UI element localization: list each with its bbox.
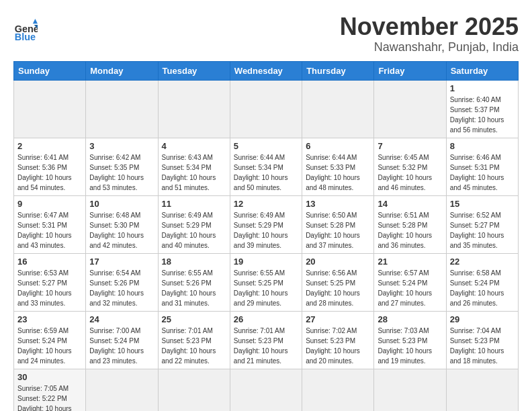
calendar-day-cell xyxy=(374,80,446,138)
day-number: 1 xyxy=(450,83,515,93)
day-number: 3 xyxy=(89,141,154,151)
calendar-day-cell: 14Sunrise: 6:51 AM Sunset: 5:28 PM Dayli… xyxy=(374,195,446,253)
calendar-day-cell: 8Sunrise: 6:46 AM Sunset: 5:31 PM Daylig… xyxy=(446,138,518,195)
day-info: Sunrise: 6:54 AM Sunset: 5:26 PM Dayligh… xyxy=(89,268,154,308)
day-info: Sunrise: 6:58 AM Sunset: 5:24 PM Dayligh… xyxy=(450,268,515,308)
calendar-day-cell: 1Sunrise: 6:40 AM Sunset: 5:37 PM Daylig… xyxy=(446,80,518,138)
calendar-header-row: SundayMondayTuesdayWednesdayThursdayFrid… xyxy=(14,61,519,80)
calendar-day-cell: 3Sunrise: 6:42 AM Sunset: 5:35 PM Daylig… xyxy=(86,138,158,195)
calendar-day-cell: 19Sunrise: 6:55 AM Sunset: 5:25 PM Dayli… xyxy=(230,253,302,311)
calendar-day-cell xyxy=(86,80,158,138)
logo-icon: General Blue xyxy=(13,19,38,43)
calendar-day-cell: 13Sunrise: 6:50 AM Sunset: 5:28 PM Dayli… xyxy=(302,195,374,253)
day-info: Sunrise: 7:01 AM Sunset: 5:23 PM Dayligh… xyxy=(234,326,298,366)
calendar-week-row: 16Sunrise: 6:53 AM Sunset: 5:27 PM Dayli… xyxy=(14,253,519,311)
svg-marker-2 xyxy=(33,19,38,24)
day-info: Sunrise: 7:05 AM Sunset: 5:22 PM Dayligh… xyxy=(17,383,82,411)
day-info: Sunrise: 7:02 AM Sunset: 5:23 PM Dayligh… xyxy=(306,326,370,366)
day-number: 24 xyxy=(89,314,154,324)
day-info: Sunrise: 6:40 AM Sunset: 5:37 PM Dayligh… xyxy=(450,95,515,135)
calendar-day-cell: 29Sunrise: 7:04 AM Sunset: 5:23 PM Dayli… xyxy=(446,311,518,369)
day-info: Sunrise: 6:48 AM Sunset: 5:30 PM Dayligh… xyxy=(89,210,154,250)
calendar-day-cell: 30Sunrise: 7:05 AM Sunset: 5:22 PM Dayli… xyxy=(14,369,86,411)
day-number: 23 xyxy=(17,314,82,324)
day-info: Sunrise: 6:44 AM Sunset: 5:33 PM Dayligh… xyxy=(306,152,370,193)
calendar-week-row: 23Sunrise: 6:59 AM Sunset: 5:24 PM Dayli… xyxy=(14,311,519,369)
calendar-day-cell xyxy=(158,80,230,138)
calendar-week-row: 1Sunrise: 6:40 AM Sunset: 5:37 PM Daylig… xyxy=(14,80,519,138)
day-number: 8 xyxy=(450,141,515,151)
calendar-table: SundayMondayTuesdayWednesdayThursdayFrid… xyxy=(13,61,519,411)
calendar-day-cell xyxy=(230,369,302,411)
day-info: Sunrise: 6:44 AM Sunset: 5:34 PM Dayligh… xyxy=(234,152,298,193)
calendar-day-cell: 12Sunrise: 6:49 AM Sunset: 5:29 PM Dayli… xyxy=(230,195,302,253)
calendar-day-cell: 22Sunrise: 6:58 AM Sunset: 5:24 PM Dayli… xyxy=(446,253,518,311)
day-number: 15 xyxy=(450,199,515,209)
day-number: 13 xyxy=(306,199,370,209)
calendar-day-cell: 15Sunrise: 6:52 AM Sunset: 5:27 PM Dayli… xyxy=(446,195,518,253)
day-info: Sunrise: 7:04 AM Sunset: 5:23 PM Dayligh… xyxy=(450,326,515,366)
day-info: Sunrise: 6:47 AM Sunset: 5:31 PM Dayligh… xyxy=(17,210,82,250)
svg-text:Blue: Blue xyxy=(15,32,36,42)
day-number: 9 xyxy=(17,199,82,209)
month-title: November 2025 xyxy=(340,13,519,40)
calendar-day-cell: 10Sunrise: 6:48 AM Sunset: 5:30 PM Dayli… xyxy=(86,195,158,253)
day-number: 18 xyxy=(162,257,226,267)
calendar-day-cell: 20Sunrise: 6:56 AM Sunset: 5:25 PM Dayli… xyxy=(302,253,374,311)
calendar-day-cell: 5Sunrise: 6:44 AM Sunset: 5:34 PM Daylig… xyxy=(230,138,302,195)
calendar-week-row: 9Sunrise: 6:47 AM Sunset: 5:31 PM Daylig… xyxy=(14,195,519,253)
day-info: Sunrise: 6:56 AM Sunset: 5:25 PM Dayligh… xyxy=(306,268,370,308)
calendar-day-cell: 11Sunrise: 6:49 AM Sunset: 5:29 PM Dayli… xyxy=(158,195,230,253)
calendar-day-cell xyxy=(302,80,374,138)
weekday-header: Saturday xyxy=(446,61,518,80)
calendar-day-cell: 6Sunrise: 6:44 AM Sunset: 5:33 PM Daylig… xyxy=(302,138,374,195)
day-info: Sunrise: 6:51 AM Sunset: 5:28 PM Dayligh… xyxy=(378,210,442,250)
weekday-header: Wednesday xyxy=(230,61,302,80)
calendar-day-cell: 16Sunrise: 6:53 AM Sunset: 5:27 PM Dayli… xyxy=(14,253,86,311)
day-info: Sunrise: 6:50 AM Sunset: 5:28 PM Dayligh… xyxy=(306,210,370,250)
day-info: Sunrise: 6:52 AM Sunset: 5:27 PM Dayligh… xyxy=(450,210,515,250)
day-number: 22 xyxy=(450,257,515,267)
logo: General Blue xyxy=(13,19,38,43)
weekday-header: Monday xyxy=(86,61,158,80)
location-title: Nawanshahr, Punjab, India xyxy=(340,40,519,54)
day-number: 10 xyxy=(89,199,154,209)
calendar-day-cell xyxy=(86,369,158,411)
calendar-day-cell: 24Sunrise: 7:00 AM Sunset: 5:24 PM Dayli… xyxy=(86,311,158,369)
weekday-header: Thursday xyxy=(302,61,374,80)
day-number: 28 xyxy=(378,314,442,324)
calendar-day-cell xyxy=(446,369,518,411)
day-number: 26 xyxy=(234,314,298,324)
day-info: Sunrise: 6:49 AM Sunset: 5:29 PM Dayligh… xyxy=(162,210,226,250)
calendar-week-row: 30Sunrise: 7:05 AM Sunset: 5:22 PM Dayli… xyxy=(14,369,519,411)
day-number: 6 xyxy=(306,141,370,151)
calendar-week-row: 2Sunrise: 6:41 AM Sunset: 5:36 PM Daylig… xyxy=(14,138,519,195)
calendar-day-cell: 17Sunrise: 6:54 AM Sunset: 5:26 PM Dayli… xyxy=(86,253,158,311)
calendar-day-cell: 23Sunrise: 6:59 AM Sunset: 5:24 PM Dayli… xyxy=(14,311,86,369)
day-number: 27 xyxy=(306,314,370,324)
calendar-day-cell xyxy=(158,369,230,411)
day-info: Sunrise: 6:57 AM Sunset: 5:24 PM Dayligh… xyxy=(378,268,442,308)
calendar-day-cell: 9Sunrise: 6:47 AM Sunset: 5:31 PM Daylig… xyxy=(14,195,86,253)
day-info: Sunrise: 7:03 AM Sunset: 5:23 PM Dayligh… xyxy=(378,326,442,366)
day-number: 21 xyxy=(378,257,442,267)
calendar-day-cell: 25Sunrise: 7:01 AM Sunset: 5:23 PM Dayli… xyxy=(158,311,230,369)
day-number: 25 xyxy=(162,314,226,324)
calendar-day-cell: 7Sunrise: 6:45 AM Sunset: 5:32 PM Daylig… xyxy=(374,138,446,195)
day-number: 20 xyxy=(306,257,370,267)
calendar-day-cell xyxy=(14,80,86,138)
day-number: 5 xyxy=(234,141,298,151)
day-number: 14 xyxy=(378,199,442,209)
day-info: Sunrise: 6:43 AM Sunset: 5:34 PM Dayligh… xyxy=(162,152,226,193)
day-info: Sunrise: 6:55 AM Sunset: 5:25 PM Dayligh… xyxy=(234,268,298,308)
page-header: General Blue November 2025 Nawanshahr, P… xyxy=(13,13,519,54)
weekday-header: Friday xyxy=(374,61,446,80)
day-info: Sunrise: 6:55 AM Sunset: 5:26 PM Dayligh… xyxy=(162,268,226,308)
weekday-header: Tuesday xyxy=(158,61,230,80)
day-number: 11 xyxy=(162,199,226,209)
title-block: November 2025 Nawanshahr, Punjab, India xyxy=(340,13,519,54)
day-info: Sunrise: 7:00 AM Sunset: 5:24 PM Dayligh… xyxy=(89,326,154,366)
calendar-day-cell: 18Sunrise: 6:55 AM Sunset: 5:26 PM Dayli… xyxy=(158,253,230,311)
day-number: 16 xyxy=(17,257,82,267)
calendar-day-cell xyxy=(230,80,302,138)
